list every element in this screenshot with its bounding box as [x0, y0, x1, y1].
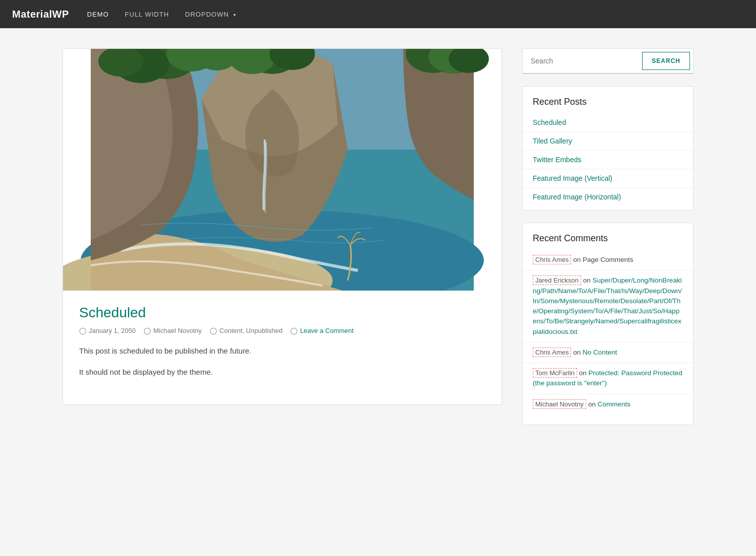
comment-item-3: Tom McFarlin on Protected: Password Prot… — [523, 363, 693, 394]
recent-post-item: Twitter Embeds — [523, 151, 693, 169]
search-widget: SEARCH — [522, 48, 694, 74]
comment-target-1[interactable]: Super/Duper/Long/NonBreaking/Path/Name/T… — [533, 276, 682, 335]
post-featured-image — [63, 49, 501, 291]
search-input[interactable] — [523, 49, 642, 73]
comment-preposition-1: on — [583, 276, 593, 284]
recent-comments-title: Recent Comments — [523, 233, 693, 250]
nav-full-width[interactable]: FULL WIDTH — [119, 7, 175, 22]
comment-preposition-3: on — [579, 369, 589, 377]
comment-target-4[interactable]: Comments — [598, 400, 631, 408]
recent-post-item: Featured Image (Horizontal) — [523, 188, 693, 206]
recent-post-link-featured-vertical[interactable]: Featured Image (Vertical) — [533, 174, 612, 182]
search-button[interactable]: SEARCH — [642, 52, 690, 70]
post-category-meta: ◯ Content, Unpublished — [210, 327, 282, 334]
sidebar: SEARCH Recent Posts Scheduled Tiled Gall… — [522, 48, 694, 437]
recent-post-item: Featured Image (Vertical) — [523, 169, 693, 188]
recent-post-item: Scheduled — [523, 113, 693, 132]
comment-author-1[interactable]: Jared Erickson — [533, 275, 581, 285]
post-comments-meta: ◯ Leave a Comment — [290, 327, 353, 334]
comment-preposition-0: on — [573, 256, 581, 263]
recent-posts-widget: Recent Posts Scheduled Tiled Gallery Twi… — [522, 86, 694, 211]
brand: MaterialWP — [12, 9, 69, 20]
comment-icon: ◯ — [290, 327, 298, 334]
recent-comments-widget: Recent Comments Chris Ames on Page Comme… — [522, 223, 694, 425]
comment-item-0: Chris Ames on Page Comments — [523, 250, 693, 270]
navbar-links: DEMO FULL WIDTH DROPDOWN ▾ — [81, 7, 242, 22]
post-body: Scheduled ◯ January 1, 2050 ◯ Michael No… — [63, 291, 501, 404]
recent-post-link-tiled[interactable]: Tiled Gallery — [533, 137, 572, 145]
comment-item-1: Jared Erickson on Super/Duper/Long/NonBr… — [523, 270, 693, 342]
post-date-meta: ◯ January 1, 2050 — [79, 327, 136, 334]
person-icon: ◯ — [144, 327, 151, 334]
comment-target-2[interactable]: No Content — [583, 349, 617, 356]
comment-preposition-2: on — [573, 349, 583, 356]
comment-target-0: Page Comments — [583, 256, 634, 263]
page-wrap: Scheduled ◯ January 1, 2050 ◯ Michael No… — [50, 28, 706, 457]
post-content: This post is scheduled to be published i… — [79, 344, 485, 378]
navbar: MaterialWP DEMO FULL WIDTH DROPDOWN ▾ — [0, 0, 756, 28]
post-card: Scheduled ◯ January 1, 2050 ◯ Michael No… — [62, 48, 502, 405]
post-meta: ◯ January 1, 2050 ◯ Michael Novotny ◯ Co… — [79, 327, 485, 334]
comment-item-2: Chris Ames on No Content — [523, 342, 693, 363]
recent-post-link-featured-horizontal[interactable]: Featured Image (Horizontal) — [533, 193, 621, 201]
comment-author-0[interactable]: Chris Ames — [533, 255, 571, 264]
post-paragraph-1: This post is scheduled to be published i… — [79, 344, 485, 358]
recent-posts-title: Recent Posts — [523, 97, 693, 113]
comment-item-4: Michael Novotny on Comments — [523, 394, 693, 414]
recent-post-link-twitter[interactable]: Twitter Embeds — [533, 156, 581, 164]
recent-post-item: Tiled Gallery — [523, 132, 693, 151]
comment-preposition-4: on — [588, 400, 598, 408]
scene-illustration — [63, 49, 501, 291]
clock-icon: ◯ — [79, 327, 87, 334]
dropdown-arrow-icon: ▾ — [233, 12, 236, 18]
recent-post-link-scheduled[interactable]: Scheduled — [533, 118, 566, 126]
comment-author-4[interactable]: Michael Novotny — [533, 399, 586, 409]
nav-demo[interactable]: DEMO — [81, 7, 115, 22]
nav-dropdown[interactable]: DROPDOWN ▾ — [179, 7, 242, 22]
comment-author-2[interactable]: Chris Ames — [533, 348, 571, 357]
folder-icon: ◯ — [210, 327, 217, 334]
comment-author-3[interactable]: Tom McFarlin — [533, 368, 577, 378]
post-title: Scheduled — [79, 305, 485, 321]
search-form: SEARCH — [523, 49, 693, 74]
main-content: Scheduled ◯ January 1, 2050 ◯ Michael No… — [62, 48, 502, 437]
post-paragraph-2: It should not be displayed by the theme. — [79, 366, 485, 379]
post-author-meta: ◯ Michael Novotny — [144, 327, 202, 334]
